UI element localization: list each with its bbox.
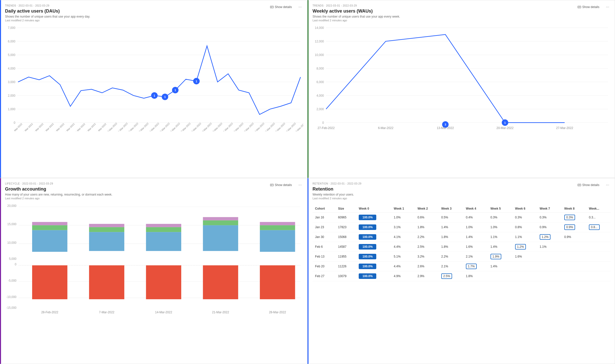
retention-desc: Weekly retention of your users. (313, 193, 361, 196)
growth-more-button[interactable]: ··· (297, 182, 303, 188)
details-icon (578, 183, 581, 187)
dau-card-info: TRENDS · 2022-03-01 - 2022-03-29 Daily a… (5, 4, 90, 22)
table-cell: 2.5% (439, 271, 463, 281)
table-cell: 0.9% (537, 222, 562, 232)
table-cell (562, 261, 586, 271)
retention-card-info: RETENTION · 2022-03-01 - 2022-03-29 Rete… (313, 182, 361, 200)
table-cell: 3.2% (415, 252, 439, 261)
svg-text:8-Mar-2022: 8-Mar-2022 (85, 123, 96, 131)
col-week5: Week 5 (488, 205, 513, 213)
wau-chart: 14,000 12,000 10,000 8,000 6,000 4,000 2… (313, 23, 611, 131)
dau-card-header: TRENDS · 2022-03-01 - 2022-03-29 Daily a… (5, 4, 303, 22)
wau-chart-container: 14,000 12,000 10,000 8,000 6,000 4,000 2… (313, 23, 611, 132)
details-icon (578, 5, 581, 9)
table-cell: 2.1% (463, 252, 488, 261)
table-cell: Feb 20 (313, 261, 336, 271)
svg-rect-110 (146, 227, 181, 232)
table-cell: 1.4% (488, 261, 513, 271)
table-cell: 1.7% (463, 261, 488, 271)
table-cell: 1.8% (439, 242, 463, 252)
svg-text:23-Mar-2022: 23-Mar-2022 (242, 122, 254, 131)
dau-title: Daily active users (DAUs) (5, 9, 90, 14)
svg-text:7-Mar-2022: 7-Mar-2022 (75, 123, 86, 131)
retention-more-button[interactable]: ··· (604, 182, 611, 188)
col-week3: Week 3 (439, 205, 463, 213)
svg-text:20,000: 20,000 (7, 204, 17, 208)
table-cell: 0.5% (439, 212, 463, 222)
retention-table-wrapper: Cohort Size Week 0 Week 1 Week 2 Week 3 … (313, 202, 611, 281)
svg-rect-108 (146, 265, 181, 299)
table-cell: 1.0% (391, 212, 415, 222)
table-cell: 100.0% (356, 252, 391, 261)
growth-card-header: LIFECYCLE · 2022-03-01 - 2022-03-29 Grow… (5, 182, 303, 200)
table-cell: 1.4% (488, 242, 513, 252)
table-cell: 0.3% (562, 212, 586, 222)
table-cell: 100.0% (356, 261, 391, 271)
table-cell (537, 252, 562, 261)
wau-card-info: TRENDS · 2022-03-01 - 2022-03-29 Weekly … (313, 4, 400, 22)
svg-rect-101 (32, 230, 67, 252)
table-cell: 2.1% (439, 261, 463, 271)
table-cell: 0.3% (537, 212, 562, 222)
svg-text:4-Mar-2022: 4-Mar-2022 (43, 123, 54, 131)
dashboard: TRENDS · 2022-03-01 - 2022-03-29 Daily a… (0, 0, 615, 364)
svg-rect-102 (32, 225, 67, 230)
table-cell: Feb 27 (313, 271, 336, 281)
svg-rect-103 (32, 222, 67, 225)
svg-text:3: 3 (445, 123, 446, 126)
growth-show-details-button[interactable]: Show details (268, 182, 294, 188)
svg-rect-116 (260, 265, 295, 299)
table-row: Feb 614587100.0%4.4%2.5%1.8%1.6%1.4%1.2%… (313, 242, 611, 252)
table-cell: Jan 30 (313, 232, 336, 242)
table-cell (562, 252, 586, 261)
table-cell: 1.9% (488, 252, 513, 261)
table-row: Feb 2710079100.0%4.9%2.9%2.5%1.8% (313, 271, 611, 281)
wau-modified: Last modified 2 minutes ago (313, 19, 400, 22)
svg-text:25-Mar-2022: 25-Mar-2022 (264, 122, 275, 131)
svg-text:11-Mar-2022: 11-Mar-2022 (116, 122, 128, 131)
table-cell: 1.8% (439, 232, 463, 242)
table-cell: 4.4% (391, 261, 415, 271)
col-cohort: Cohort (313, 205, 336, 213)
svg-text:21-Mar-2022: 21-Mar-2022 (222, 122, 233, 131)
svg-text:18-Mar-2022: 18-Mar-2022 (190, 122, 202, 131)
growth-meta: LIFECYCLE · 2022-03-01 - 2022-03-29 (5, 182, 112, 185)
dau-more-button[interactable]: ··· (297, 4, 303, 10)
svg-text:1: 1 (164, 95, 166, 98)
table-cell (513, 271, 537, 281)
wau-show-details-button[interactable]: Show details (576, 4, 601, 10)
table-cell: 100.0% (356, 212, 391, 222)
svg-text:12,000: 12,000 (315, 40, 324, 43)
table-cell: 2.5% (415, 242, 439, 252)
growth-chart: 20,000 15,000 10,000 5,000 0 -5,000 -10,… (5, 201, 303, 317)
retention-show-details-button[interactable]: Show details (576, 182, 601, 188)
table-cell: 2.2% (439, 252, 463, 261)
table-cell: 10079 (336, 271, 356, 281)
svg-text:0: 0 (15, 263, 17, 266)
svg-text:6,000: 6,000 (8, 40, 15, 43)
wau-card: TRENDS · 2022-03-01 - 2022-03-29 Weekly … (308, 0, 615, 178)
dau-show-details-button[interactable]: Show details (268, 4, 294, 10)
table-cell: 0.8% (513, 222, 537, 232)
table-cell: 0.3% (488, 212, 513, 222)
svg-text:14,000: 14,000 (315, 26, 324, 30)
col-size: Size (336, 205, 356, 213)
wau-more-button[interactable]: ··· (604, 4, 611, 10)
table-cell (562, 271, 586, 281)
svg-text:16-Mar-2022: 16-Mar-2022 (169, 122, 180, 131)
dau-card: TRENDS · 2022-03-01 - 2022-03-29 Daily a… (0, 0, 308, 178)
table-cell: 17823 (336, 222, 356, 232)
table-cell: 100.0% (356, 242, 391, 252)
svg-text:19-Mar-2022: 19-Mar-2022 (201, 122, 212, 131)
wau-actions: Show details ··· (576, 4, 611, 10)
svg-rect-109 (146, 232, 181, 251)
growth-card: LIFECYCLE · 2022-03-01 - 2022-03-29 Grow… (0, 178, 308, 364)
svg-text:0: 0 (322, 121, 324, 125)
svg-text:14-Mar-2022: 14-Mar-2022 (155, 311, 172, 314)
growth-title: Growth accounting (5, 187, 112, 192)
table-cell: 100.0% (356, 271, 391, 281)
svg-text:28-Mar-2022: 28-Mar-2022 (284, 122, 296, 131)
svg-text:17-Mar-2022: 17-Mar-2022 (179, 122, 191, 131)
table-cell: 1.6% (513, 252, 537, 261)
dau-modified: Last modified 2 minutes ago (5, 19, 90, 22)
